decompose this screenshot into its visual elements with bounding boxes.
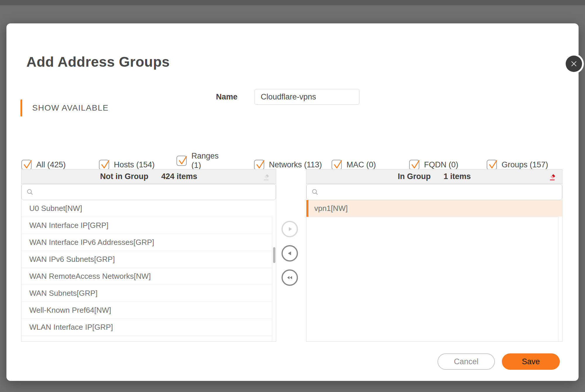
list-item[interactable]: WAN Interface IPv6 Addresses[GRP] <box>21 234 276 251</box>
checkbox-icon[interactable] <box>176 156 187 166</box>
filter-label: Groups (157) <box>502 160 548 170</box>
list-item[interactable]: WAN Subnets[GRP] <box>21 285 276 302</box>
checkbox-icon[interactable] <box>487 160 497 170</box>
checkbox-icon[interactable] <box>332 160 342 170</box>
move-all-left-button[interactable] <box>282 269 298 286</box>
list-item-label: U0 Subnet[NW] <box>29 204 82 213</box>
add-address-groups-dialog: Add Address Groups Name SHOW AVAILABLE A… <box>6 23 579 381</box>
list-item-label: Well-Known Pref64[NW] <box>29 306 111 315</box>
clear-selection-eraser-icon[interactable] <box>547 172 557 182</box>
window-top-strip <box>0 0 585 5</box>
list-item-label: WLAN Interface IP[GRP] <box>29 323 113 332</box>
list-item[interactable]: vpn1[NW] <box>306 200 562 217</box>
search-input[interactable] <box>22 184 276 200</box>
scrollbar-track <box>558 216 562 341</box>
filter-label: Hosts (154) <box>114 160 155 170</box>
in-group-list: vpn1[NW] <box>306 200 562 341</box>
not-in-group-search <box>21 184 276 200</box>
cancel-button[interactable]: Cancel <box>438 353 495 370</box>
in-group-header: In Group 1 items <box>306 169 562 184</box>
move-left-button[interactable] <box>282 245 298 262</box>
list-item[interactable]: WAN IPv6 Subnets[GRP] <box>21 251 276 268</box>
list-item-label: WAN RemoteAccess Networks[NW] <box>29 272 151 281</box>
list-item-label: WAN Interface IP[GRP] <box>29 221 109 230</box>
double-arrow-left-icon <box>285 274 294 282</box>
panel-title: Not in Group <box>100 172 148 181</box>
search-icon <box>311 188 319 196</box>
arrow-left-icon <box>286 249 294 257</box>
name-row: Name <box>216 89 359 105</box>
transfer-controls <box>281 221 298 286</box>
checkbox-icon[interactable] <box>409 160 419 170</box>
not-in-group-header: Not in Group 424 items <box>21 169 276 184</box>
filter-label: FQDN (0) <box>424 160 458 170</box>
list-item[interactable]: WAN Interface IP[GRP] <box>21 217 276 234</box>
panel-count: 1 items <box>444 172 471 181</box>
checkbox-icon[interactable] <box>99 160 109 170</box>
checkbox-icon[interactable] <box>21 160 32 170</box>
not-in-group-list: U0 Subnet[NW] WAN Interface IP[GRP] WAN … <box>21 200 276 341</box>
list-item-label: WAN IPv6 Subnets[GRP] <box>29 255 115 264</box>
dialog-footer: Cancel Save <box>438 353 560 370</box>
section-accent-bar <box>20 99 22 116</box>
panel-title: In Group <box>398 172 430 181</box>
checkmark-icon <box>177 154 189 166</box>
close-button[interactable] <box>566 56 582 72</box>
search-input[interactable] <box>307 184 562 200</box>
filter-label: MAC (0) <box>346 160 376 170</box>
clear-selection-eraser-icon-disabled <box>261 172 271 182</box>
filter-checkbox-item[interactable]: Ranges (1) <box>176 152 254 170</box>
in-group-search <box>306 184 562 200</box>
save-button[interactable]: Save <box>502 353 560 370</box>
list-item-label: WAN Subnets[GRP] <box>29 289 97 298</box>
page-title: Add Address Groups <box>26 54 170 70</box>
list-item[interactable]: U0 Subnet[NW] <box>21 200 276 217</box>
filter-label: Networks (113) <box>269 160 322 170</box>
section-label: SHOW AVAILABLE <box>32 103 109 113</box>
in-group-panel: In Group 1 items vpn1[NW] <box>306 169 562 342</box>
name-input[interactable] <box>255 89 359 105</box>
move-right-button[interactable] <box>282 221 298 237</box>
scrollbar-track <box>272 216 276 341</box>
checkbox-icon[interactable] <box>254 160 264 170</box>
filter-label: Ranges (1) <box>191 152 229 170</box>
list-item-label: WAN Interface IPv6 Addresses[GRP] <box>29 238 154 247</box>
list-item[interactable]: WAN RemoteAccess Networks[NW] <box>21 268 276 285</box>
show-available-section: SHOW AVAILABLE <box>20 99 109 116</box>
scrollbar-thumb[interactable] <box>273 247 275 263</box>
arrow-right-icon <box>286 225 294 233</box>
close-icon <box>570 60 578 68</box>
filter-label: All (425) <box>36 160 66 170</box>
not-in-group-panel: Not in Group 424 items U0 Subnet[NW] <box>21 169 276 342</box>
list-item-label: vpn1[NW] <box>314 204 348 213</box>
search-icon <box>26 188 34 196</box>
panel-count: 424 items <box>161 172 197 181</box>
list-item[interactable]: Well-Known Pref64[NW] <box>21 302 276 319</box>
list-item[interactable]: WLAN Interface IP[GRP] <box>21 319 276 336</box>
name-label: Name <box>216 92 242 102</box>
